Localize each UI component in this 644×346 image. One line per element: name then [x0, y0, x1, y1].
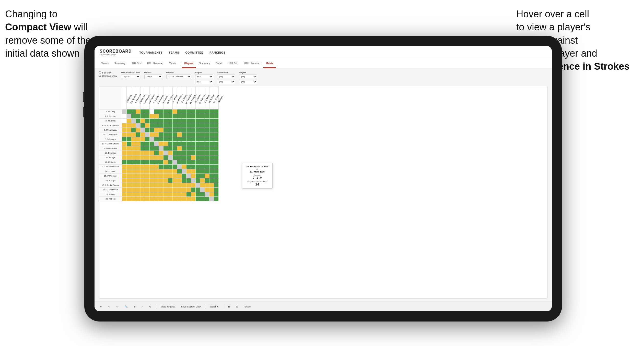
table-row[interactable]: 4. M Thorbjornsen — [99, 123, 219, 128]
matrix-cell[interactable] — [150, 155, 154, 160]
matrix-cell[interactable] — [177, 178, 182, 183]
matrix-cell[interactable] — [205, 114, 209, 119]
matrix-cell[interactable] — [131, 188, 136, 192]
matrix-cell[interactable] — [136, 137, 140, 142]
matrix-cell[interactable] — [131, 174, 136, 178]
matrix-cell[interactable] — [154, 151, 159, 155]
tab-teams[interactable]: Teams — [99, 59, 111, 68]
matrix-cell[interactable] — [182, 188, 186, 192]
matrix-cell[interactable] — [131, 137, 136, 142]
matrix-cell[interactable] — [145, 160, 150, 165]
matrix-cell[interactable] — [154, 142, 159, 146]
matrix-cell[interactable] — [191, 128, 196, 132]
matrix-cell[interactable] — [154, 119, 159, 123]
matrix-cell[interactable] — [182, 178, 186, 183]
matrix-cell[interactable] — [200, 169, 205, 174]
matrix-cell[interactable] — [182, 128, 186, 132]
matrix-cell[interactable] — [209, 169, 214, 174]
matrix-cell[interactable] — [131, 192, 136, 197]
matrix-cell[interactable] — [150, 128, 154, 132]
matrix-cell[interactable] — [200, 197, 205, 201]
matrix-cell[interactable] — [131, 169, 136, 174]
matrix-cell[interactable] — [159, 119, 163, 123]
matrix-cell[interactable] — [191, 188, 196, 192]
matrix-cell[interactable] — [186, 119, 191, 123]
matrix-cell[interactable] — [196, 183, 200, 188]
matrix-cell[interactable] — [136, 114, 140, 119]
matrix-cell[interactable] — [205, 109, 209, 114]
matrix-cell[interactable] — [182, 155, 186, 160]
matrix-cell[interactable] — [136, 119, 140, 123]
table-row[interactable]: 17. S De La Fuente — [99, 183, 219, 188]
matrix-cell[interactable] — [205, 128, 209, 132]
matrix-cell[interactable] — [159, 109, 163, 114]
table-row[interactable]: 1. W Ding — [99, 109, 219, 114]
matrix-cell[interactable] — [182, 165, 186, 169]
matrix-cell[interactable] — [182, 160, 186, 165]
matrix-cell[interactable] — [159, 160, 163, 165]
matrix-cell[interactable] — [145, 183, 150, 188]
toolbar-watch[interactable]: Watch ▾ — [208, 305, 220, 309]
matrix-cell[interactable] — [182, 169, 186, 174]
matrix-cell[interactable] — [214, 123, 219, 128]
matrix-cell[interactable] — [150, 119, 154, 123]
matrix-cell[interactable] — [122, 132, 127, 137]
radio-full-view[interactable]: Full View — [99, 71, 117, 74]
matrix-cell[interactable] — [173, 155, 177, 160]
tab-detail[interactable]: Detail — [213, 59, 225, 68]
matrix-cell[interactable] — [177, 128, 182, 132]
matrix-cell[interactable] — [122, 119, 127, 123]
matrix-cell[interactable] — [168, 151, 173, 155]
matrix-cell[interactable] — [131, 142, 136, 146]
table-row[interactable]: 12. M Riedel — [99, 160, 219, 165]
matrix-cell[interactable] — [122, 155, 127, 160]
table-row[interactable]: 7. G Sargent — [99, 137, 219, 142]
matrix-cell[interactable] — [163, 142, 168, 146]
matrix-cell[interactable] — [145, 155, 150, 160]
matrix-cell[interactable] — [127, 188, 131, 192]
matrix-cell[interactable] — [209, 188, 214, 192]
matrix-cell[interactable] — [186, 165, 191, 169]
table-row[interactable]: 19. D Ford — [99, 192, 219, 197]
matrix-cell[interactable] — [209, 192, 214, 197]
matrix-cell[interactable] — [191, 174, 196, 178]
matrix-cell[interactable] — [168, 132, 173, 137]
matrix-cell[interactable] — [159, 188, 163, 192]
table-row[interactable]: 6. C Lamprecht — [99, 132, 219, 137]
matrix-cell[interactable] — [186, 197, 191, 201]
matrix-cell[interactable] — [186, 192, 191, 197]
matrix-cell[interactable] — [163, 123, 168, 128]
matrix-cell[interactable] — [150, 132, 154, 137]
matrix-cell[interactable] — [173, 142, 177, 146]
table-row[interactable]: 13. J Skov Olesen — [99, 165, 219, 169]
matrix-cell[interactable] — [173, 197, 177, 201]
matrix-cell[interactable] — [177, 114, 182, 119]
matrix-cell[interactable] — [122, 114, 127, 119]
matrix-cell[interactable] — [214, 169, 219, 174]
matrix-cell[interactable] — [214, 151, 219, 155]
matrix-cell[interactable] — [159, 174, 163, 178]
matrix-cell[interactable] — [140, 137, 145, 142]
matrix-cell[interactable] — [127, 146, 131, 151]
matrix-cell[interactable] — [127, 165, 131, 169]
matrix-cell[interactable] — [214, 132, 219, 137]
matrix-cell[interactable] — [154, 146, 159, 151]
matrix-cell[interactable] — [168, 174, 173, 178]
tab-summary2[interactable]: Summary — [196, 59, 213, 68]
matrix-cell[interactable] — [159, 146, 163, 151]
matrix-cell[interactable] — [140, 119, 145, 123]
matrix-cell[interactable] — [205, 146, 209, 151]
matrix-cell[interactable] — [154, 178, 159, 183]
matrix-cell[interactable] — [154, 137, 159, 142]
matrix-cell[interactable] — [154, 160, 159, 165]
matrix-cell[interactable] — [127, 132, 131, 137]
matrix-cell[interactable] — [131, 128, 136, 132]
matrix-cell[interactable] — [136, 197, 140, 201]
matrix-cell[interactable] — [131, 197, 136, 201]
matrix-cell[interactable] — [186, 169, 191, 174]
matrix-cell[interactable] — [186, 160, 191, 165]
matrix-cell[interactable] — [186, 132, 191, 137]
matrix-cell[interactable] — [136, 165, 140, 169]
matrix-cell[interactable] — [127, 160, 131, 165]
matrix-cell[interactable] — [159, 155, 163, 160]
